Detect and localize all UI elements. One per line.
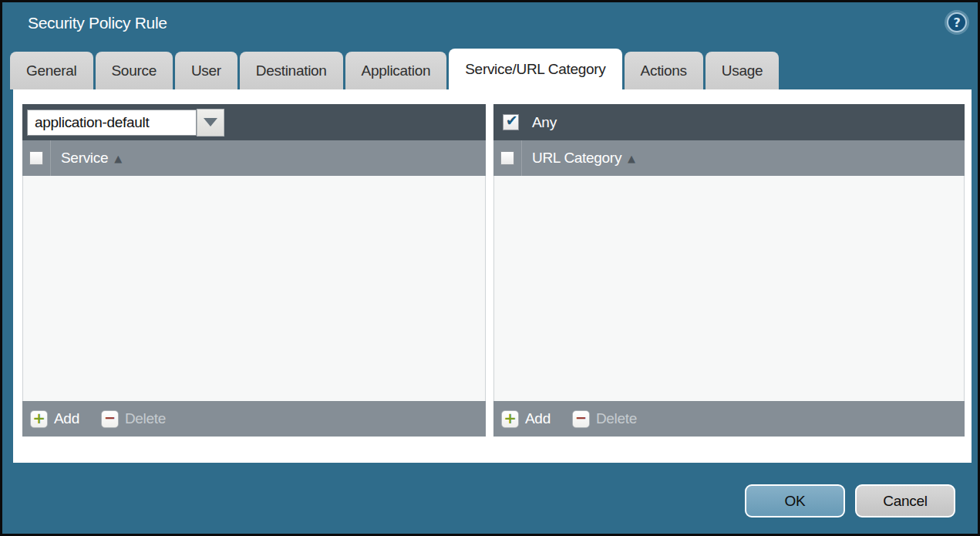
url-category-delete-button[interactable]: − Delete bbox=[572, 410, 637, 428]
service-table-body[interactable] bbox=[22, 176, 486, 401]
dialog-content: Service ▲ + Add − Delete bbox=[13, 89, 972, 463]
url-category-toolbar: ✔ Any bbox=[493, 104, 965, 140]
service-panel: Service ▲ + Add − Delete bbox=[22, 104, 486, 437]
service-toolbar bbox=[22, 104, 486, 140]
chevron-down-icon bbox=[204, 118, 217, 126]
tab-usage[interactable]: Usage bbox=[706, 52, 779, 89]
page-title: Security Policy Rule bbox=[28, 14, 167, 32]
sort-asc-icon[interactable]: ▲ bbox=[114, 153, 122, 164]
url-category-panel: ✔ Any URL Category ▲ + Add bbox=[493, 104, 965, 437]
check-icon: ✔ bbox=[506, 113, 518, 128]
tab-bar: General Source User Destination Applicat… bbox=[10, 49, 779, 89]
help-icon[interactable]: ? bbox=[947, 12, 967, 32]
cancel-button[interactable]: Cancel bbox=[855, 484, 955, 517]
service-delete-button[interactable]: − Delete bbox=[101, 410, 166, 428]
add-button-label: Add bbox=[525, 410, 551, 427]
service-table-header: Service ▲ bbox=[22, 140, 486, 176]
tab-actions[interactable]: Actions bbox=[625, 52, 703, 89]
any-checkbox-label[interactable]: Any bbox=[532, 114, 557, 131]
any-checkbox[interactable]: ✔ bbox=[503, 114, 519, 130]
security-policy-rule-dialog: Security Policy Rule ? General Source Us… bbox=[0, 0, 980, 536]
add-icon: + bbox=[501, 410, 519, 428]
service-add-button[interactable]: + Add bbox=[30, 410, 79, 428]
delete-icon: − bbox=[572, 410, 590, 428]
service-column-header[interactable]: Service bbox=[51, 150, 108, 167]
url-category-table-header: URL Category ▲ bbox=[493, 140, 965, 176]
tab-source[interactable]: Source bbox=[96, 52, 173, 89]
url-category-add-button[interactable]: + Add bbox=[501, 410, 551, 428]
tab-destination[interactable]: Destination bbox=[240, 52, 343, 89]
sort-asc-icon[interactable]: ▲ bbox=[628, 153, 635, 164]
tab-general[interactable]: General bbox=[10, 52, 93, 89]
service-type-dropdown-button[interactable] bbox=[197, 109, 224, 137]
delete-button-label: Delete bbox=[125, 410, 166, 427]
delete-icon: − bbox=[101, 410, 119, 428]
service-type-input[interactable] bbox=[27, 110, 197, 136]
service-footer: + Add − Delete bbox=[22, 401, 486, 437]
url-category-footer: + Add − Delete bbox=[493, 401, 965, 437]
delete-button-label: Delete bbox=[596, 410, 637, 427]
ok-button[interactable]: OK bbox=[745, 484, 845, 517]
tab-application[interactable]: Application bbox=[345, 52, 447, 89]
add-button-label: Add bbox=[54, 410, 79, 427]
url-category-column-header[interactable]: URL Category bbox=[522, 150, 621, 167]
url-category-select-all-checkbox[interactable] bbox=[500, 151, 514, 165]
service-select-all-checkbox[interactable] bbox=[29, 151, 43, 165]
url-category-table-body[interactable] bbox=[493, 176, 965, 401]
tab-service-url-category[interactable]: Service/URL Category bbox=[449, 49, 621, 89]
tab-user[interactable]: User bbox=[175, 52, 237, 89]
add-icon: + bbox=[30, 410, 48, 428]
